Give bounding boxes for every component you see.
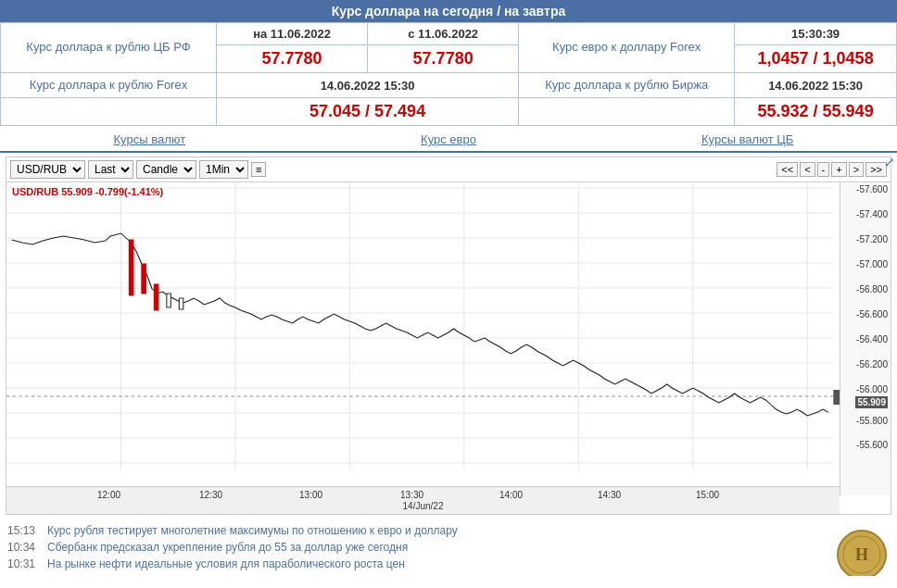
eur-usd-value: 1,0457 / 1,0458 xyxy=(735,45,897,73)
svg-rect-21 xyxy=(142,264,145,294)
chart-title: USD/RUB 55.909 -0.799(-1.41%) xyxy=(12,186,163,197)
header-title: Курс доллара на сегодня / на завтра xyxy=(332,4,565,19)
time-label-1400: 14:00 xyxy=(499,490,523,500)
nav-item-euro-rate[interactable]: Курс евро xyxy=(299,128,599,151)
svg-rect-24 xyxy=(179,298,183,309)
news-time-2: 10:34 xyxy=(7,541,40,554)
price-level-9: -56.000 xyxy=(856,384,888,394)
nav-link-cb-rates[interactable]: Курсы валют ЦБ xyxy=(701,132,793,146)
logo: Н xyxy=(837,530,888,576)
svg-rect-20 xyxy=(129,240,133,295)
expand-icon[interactable]: ⤢ xyxy=(884,155,895,169)
time-label-1500: 15:00 xyxy=(696,490,719,500)
eur-usd-label: Курс евро к доллару Forex xyxy=(519,23,735,73)
nav-prev-btn[interactable]: < xyxy=(800,162,815,177)
logo-svg: Н xyxy=(837,530,888,576)
time-label-1200: 12:00 xyxy=(97,490,120,500)
usd-rub-bourse-label: Курс доллара к рублю Биржа xyxy=(519,73,735,98)
forex-value: 57.045 / 57.494 xyxy=(217,98,519,126)
nav-first-btn[interactable]: << xyxy=(777,162,798,177)
usd-rub-forex-label: Курс доллара к рублю Forex xyxy=(1,73,217,98)
price-level-8: -56.200 xyxy=(856,359,888,369)
svg-text:Н: Н xyxy=(855,545,868,564)
nav-buttons: << < - + > >> xyxy=(777,162,891,177)
time-axis: 12:00 12:30 13:00 13:30 14:00 14:30 15:0… xyxy=(6,486,840,514)
news-link-2[interactable]: Сбербанк предсказал укрепление рубля до … xyxy=(47,541,408,554)
chart-svg: 55.909 xyxy=(6,182,891,488)
news-link-3[interactable]: На рынке нефти идеальные условия для пар… xyxy=(47,557,405,570)
settings-button[interactable]: ≡ xyxy=(251,162,266,177)
nav-item-cb-rates[interactable]: Курсы валют ЦБ xyxy=(598,128,897,151)
time-label-1300: 13:00 xyxy=(299,490,322,500)
time-label-1330: 13:30 xyxy=(400,490,423,500)
news-link-1[interactable]: Курс рубля тестирует многолетние максиму… xyxy=(47,524,458,537)
news-section: 15:13 Курс рубля тестирует многолетние м… xyxy=(0,519,897,576)
price-level-11: -55.600 xyxy=(856,440,888,450)
page-header: Курс доллара на сегодня / на завтра xyxy=(0,0,897,22)
nav-next-btn[interactable]: > xyxy=(849,162,864,177)
nav-bar: Курсы валют Курс евро Курсы валют ЦБ xyxy=(0,128,897,153)
usd-rub-cb-label: Курс доллара к рублю ЦБ РФ xyxy=(1,23,217,73)
nav-zoom-in-btn[interactable]: + xyxy=(831,162,846,177)
price-level-2: -57.400 xyxy=(856,209,888,219)
interval-select[interactable]: 1Min xyxy=(199,160,248,179)
price-level-4: -57.000 xyxy=(856,259,888,269)
price-level-3: -57.200 xyxy=(856,234,888,244)
type-select[interactable]: Last xyxy=(88,160,133,179)
price-level-1: -57.600 xyxy=(856,184,888,194)
chart-toolbar: USD/RUB Last Candle 1Min ≡ << < - + > >> xyxy=(6,156,891,181)
date1: на 11.06.2022 xyxy=(217,23,368,45)
price-axis: -57.600 -57.400 -57.200 -57.000 -56.800 … xyxy=(840,182,891,495)
price-current-label: 55.909 xyxy=(855,396,888,408)
rates-table: Курс доллара к рублю ЦБ РФ на 11.06.2022… xyxy=(0,22,897,126)
price-level-10: -55.800 xyxy=(856,416,888,426)
svg-rect-22 xyxy=(154,284,158,310)
forex-datetime: 14.06.2022 15:30 xyxy=(217,73,519,98)
date-label: 14/Jun/22 xyxy=(403,501,444,511)
time-label-1230: 12:30 xyxy=(199,490,222,500)
price-level-7: -56.400 xyxy=(856,334,888,344)
news-item-1: 15:13 Курс рубля тестирует многолетние м… xyxy=(7,522,890,539)
chart-area: USD/RUB 55.909 -0.799(-1.41%) xyxy=(6,181,891,515)
date2: с 11.06.2022 xyxy=(368,23,519,45)
news-time-1: 15:13 xyxy=(7,524,40,537)
style-select[interactable]: Candle xyxy=(136,160,196,179)
price-level-6: -56.600 xyxy=(856,309,888,319)
nav-item-currency-rates[interactable]: Курсы валют xyxy=(0,128,299,151)
nav-zoom-out-btn[interactable]: - xyxy=(817,162,830,177)
news-item-2: 10:34 Сбербанк предсказал укрепление руб… xyxy=(7,539,890,556)
time-now: 15:30:39 xyxy=(735,23,897,45)
symbol-select[interactable]: USD/RUB xyxy=(10,160,85,179)
usd-rub-cb-value1: 57.7780 xyxy=(217,45,368,73)
price-level-5: -56.800 xyxy=(856,284,888,294)
bourse-value: 55.932 / 55.949 xyxy=(735,98,897,126)
time-label-1430: 14:30 xyxy=(598,490,621,500)
usd-rub-cb-value2: 57.7780 xyxy=(368,45,519,73)
bourse-datetime: 14.06.2022 15:30 xyxy=(735,73,897,98)
svg-rect-23 xyxy=(167,294,171,307)
news-item-3: 10:31 На рынке нефти идеальные условия д… xyxy=(7,556,890,572)
news-time-3: 10:31 xyxy=(7,557,40,570)
nav-link-currency-rates[interactable]: Курсы валют xyxy=(114,132,186,146)
chart-container: ⤢ USD/RUB Last Candle 1Min ≡ << < - + > … xyxy=(0,153,897,515)
nav-link-euro-rate[interactable]: Курс евро xyxy=(421,132,476,146)
